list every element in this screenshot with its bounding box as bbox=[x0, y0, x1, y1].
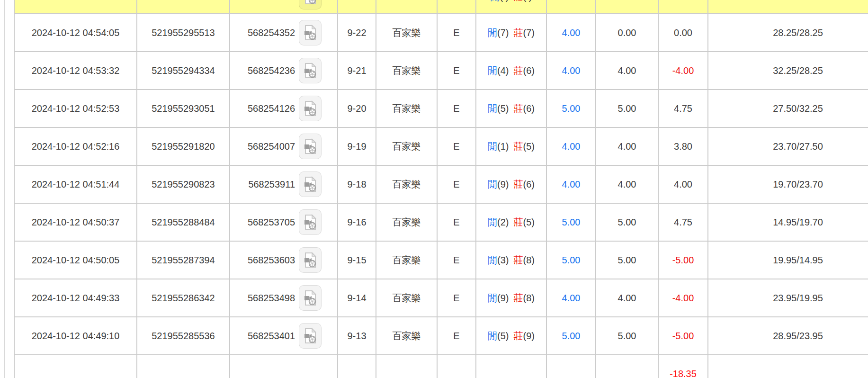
cell-game-type: 百家樂 bbox=[376, 279, 437, 317]
result-player-score: (5) bbox=[497, 103, 509, 114]
result-banker-score: ( ) bbox=[523, 0, 532, 2]
bet-amount-link[interactable]: 4.00 bbox=[562, 293, 581, 304]
cell-game-type bbox=[376, 0, 437, 14]
video-file-icon bbox=[303, 63, 317, 79]
subtotal-empty-cell bbox=[338, 355, 376, 378]
cell-win-loss: 4.75 bbox=[658, 90, 708, 127]
balance-text: 19.95/14.95 bbox=[773, 255, 823, 266]
bet-amount-link[interactable]: 5.00 bbox=[562, 331, 581, 342]
cell-flag: E bbox=[437, 241, 476, 279]
result-banker-label: 莊 bbox=[514, 64, 523, 77]
round-number-text: 9-21 bbox=[347, 65, 366, 76]
bet-id-text: 521955294334 bbox=[152, 65, 215, 76]
video-replay-button[interactable] bbox=[299, 209, 322, 235]
video-replay-button[interactable] bbox=[299, 247, 322, 273]
table-row: 2024-10-12 04:49:33 521955286342 5682534… bbox=[14, 279, 868, 317]
bet-history-page: 閒( )莊( ) 2024-10-12 04:54:05 52195529551… bbox=[0, 0, 868, 378]
cell-bet-id: 521955293051 bbox=[137, 90, 230, 127]
subtotal-empty-cell bbox=[376, 355, 437, 378]
result-banker-label: 莊 bbox=[514, 292, 523, 305]
bet-amount-link[interactable]: 4.00 bbox=[562, 141, 581, 152]
cell-bet-time: 2024-10-12 04:50:37 bbox=[14, 203, 137, 241]
cell-flag bbox=[437, 0, 476, 14]
cell-flag: E bbox=[437, 165, 476, 203]
cell-bet-amount: 4.00 bbox=[546, 14, 596, 52]
subtotal-bet-total: 93.00 bbox=[546, 355, 596, 378]
cell-game-id: 568254352 bbox=[230, 14, 338, 52]
cell-valid-bet bbox=[596, 0, 658, 14]
bet-id-text: 521955291820 bbox=[152, 141, 215, 152]
video-replay-button[interactable] bbox=[299, 285, 322, 311]
win-loss-text: 3.80 bbox=[674, 141, 692, 152]
bet-amount-link[interactable]: 5.00 bbox=[562, 217, 581, 228]
table-row-partial-highlighted: 閒( )莊( ) bbox=[14, 0, 868, 14]
subtotal-valid-total: 89.00 bbox=[596, 355, 658, 378]
game-type-text: 百家樂 bbox=[393, 102, 421, 115]
bet-amount-link[interactable]: 5.00 bbox=[562, 103, 581, 114]
video-replay-button[interactable] bbox=[299, 323, 322, 349]
cell-balance: 23.95/19.95 bbox=[708, 279, 868, 317]
bet-amount-link[interactable]: 4.00 bbox=[562, 179, 581, 190]
cell-bet-time bbox=[14, 0, 137, 14]
result-player-score: ( ) bbox=[500, 0, 509, 2]
subtotal-win-loss-total: -18.35 bbox=[658, 355, 708, 378]
video-replay-button[interactable] bbox=[299, 134, 322, 159]
flag-text: E bbox=[453, 103, 459, 114]
cell-flag: E bbox=[437, 52, 476, 90]
result-banker-label: 莊 bbox=[514, 254, 523, 267]
cell-bet-id: 521955290823 bbox=[137, 165, 230, 203]
round-number-text: 9-20 bbox=[347, 103, 366, 114]
round-number-text: 9-14 bbox=[347, 293, 366, 304]
valid-bet-text: 5.00 bbox=[618, 103, 636, 114]
result-player-label: 閒 bbox=[488, 140, 497, 153]
cell-game-id: 568253911 bbox=[230, 165, 338, 203]
valid-bet-text: 4.00 bbox=[618, 65, 636, 76]
cell-bet-amount: 5.00 bbox=[546, 203, 596, 241]
valid-bet-text: 4.00 bbox=[618, 293, 636, 304]
video-replay-button[interactable] bbox=[299, 20, 322, 45]
balance-text: 23.95/19.95 bbox=[773, 293, 823, 304]
cell-round-number: 9-13 bbox=[338, 317, 376, 355]
balance-text: 19.70/23.70 bbox=[773, 179, 823, 190]
win-loss-text: -4.00 bbox=[672, 293, 694, 304]
flag-text: E bbox=[453, 141, 459, 152]
result-banker-score: (6) bbox=[523, 179, 535, 190]
valid-bet-text: 4.00 bbox=[618, 179, 636, 190]
cell-bet-amount: 4.00 bbox=[546, 279, 596, 317]
balance-text: 28.25/28.25 bbox=[773, 27, 823, 38]
round-number-text: 9-16 bbox=[347, 217, 366, 228]
cell-result: 閒(4)莊(6) bbox=[476, 52, 546, 90]
cell-win-loss: 4.75 bbox=[658, 203, 708, 241]
game-type-text: 百家樂 bbox=[393, 64, 421, 77]
cell-win-loss: 0.00 bbox=[658, 14, 708, 52]
result-player-label: 閒 bbox=[488, 27, 497, 39]
balance-text: 14.95/19.70 bbox=[773, 217, 823, 228]
video-file-icon bbox=[303, 290, 317, 306]
video-replay-button[interactable] bbox=[299, 58, 322, 83]
bet-time-text: 2024-10-12 04:52:16 bbox=[32, 141, 120, 152]
bet-amount-link[interactable]: 5.00 bbox=[562, 255, 581, 266]
cell-win-loss bbox=[658, 0, 708, 14]
cell-round-number bbox=[338, 0, 376, 14]
cell-balance: 23.70/27.50 bbox=[708, 127, 868, 165]
cell-flag: E bbox=[437, 14, 476, 52]
cell-bet-time: 2024-10-12 04:49:33 bbox=[14, 279, 137, 317]
cell-game-id: 568254236 bbox=[230, 52, 338, 90]
cell-result: 閒(5)莊(6) bbox=[476, 90, 546, 127]
cell-bet-id bbox=[137, 0, 230, 14]
bet-amount-link[interactable]: 4.00 bbox=[562, 27, 581, 38]
video-replay-button[interactable] bbox=[299, 96, 322, 121]
cell-game-type: 百家樂 bbox=[376, 241, 437, 279]
video-replay-button[interactable] bbox=[299, 0, 322, 9]
cell-result: 閒(2)莊(5) bbox=[476, 203, 546, 241]
bet-amount-link[interactable]: 4.00 bbox=[562, 65, 581, 76]
cell-bet-amount: 4.00 bbox=[546, 165, 596, 203]
cell-balance: 14.95/19.70 bbox=[708, 203, 868, 241]
cell-game-type: 百家樂 bbox=[376, 52, 437, 90]
video-replay-button[interactable] bbox=[299, 171, 322, 197]
result-player-score: (2) bbox=[497, 217, 509, 228]
cell-round-number: 9-22 bbox=[338, 14, 376, 52]
cell-round-number: 9-18 bbox=[338, 165, 376, 203]
video-file-icon bbox=[303, 25, 317, 41]
video-file-icon bbox=[303, 328, 317, 344]
